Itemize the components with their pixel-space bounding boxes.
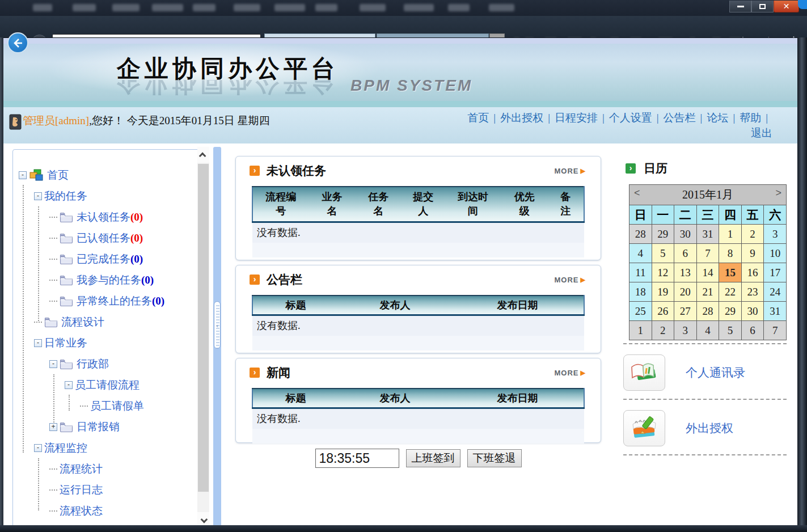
tree-item-行政部[interactable]: -行政部 bbox=[13, 353, 206, 374]
calendar-day[interactable]: 17 bbox=[764, 263, 787, 282]
nav-link-个人设置[interactable]: 个人设置 bbox=[609, 112, 652, 124]
calendar-day[interactable]: 7 bbox=[696, 244, 719, 263]
check-in-button[interactable]: 上班签到 bbox=[406, 449, 460, 467]
calendar-day[interactable]: 14 bbox=[696, 263, 719, 282]
tree-item-我参与的任务[interactable]: 我参与的任务(0) bbox=[13, 269, 206, 290]
calendar-day[interactable]: 26 bbox=[652, 302, 674, 321]
calendar-day[interactable]: 6 bbox=[741, 321, 764, 340]
calendar-day[interactable]: 30 bbox=[741, 302, 764, 321]
calendar-day[interactable]: 18 bbox=[629, 282, 652, 302]
tree-item-label[interactable]: 流程监控 bbox=[44, 441, 87, 455]
calendar-day[interactable]: 20 bbox=[674, 282, 697, 302]
nav-link-日程安排[interactable]: 日程安排 bbox=[555, 112, 598, 124]
calendar-day[interactable]: 13 bbox=[674, 263, 697, 282]
tree-item-运行日志[interactable]: 运行日志 bbox=[13, 479, 206, 500]
maximize-button[interactable] bbox=[751, 1, 774, 12]
calendar-day[interactable]: 9 bbox=[741, 244, 764, 263]
tree-item-员工请假单[interactable]: 员工请假单 bbox=[13, 395, 206, 416]
tree-item-label[interactable]: 运行日志 bbox=[60, 483, 103, 497]
calendar-day[interactable]: 4 bbox=[696, 321, 719, 340]
calendar-day[interactable]: 31 bbox=[696, 225, 719, 244]
tree-item-label[interactable]: 已认领任务 bbox=[77, 231, 130, 246]
calendar-day[interactable]: 29 bbox=[652, 225, 674, 244]
tree-item-流程状态[interactable]: 流程状态 bbox=[13, 500, 206, 521]
collapse-toggle-icon[interactable]: - bbox=[34, 444, 42, 452]
more-link[interactable]: MORE▶ bbox=[555, 167, 586, 175]
tree-item-label[interactable]: 日常业务 bbox=[44, 336, 87, 351]
sidebar-collapse-handle[interactable]: ‹ bbox=[214, 301, 221, 349]
tree-item-label[interactable]: 我参与的任务 bbox=[77, 273, 141, 288]
nav-link-外出授权[interactable]: 外出授权 bbox=[500, 112, 543, 124]
calendar-day[interactable]: 21 bbox=[696, 282, 719, 302]
calendar-day[interactable]: 29 bbox=[719, 302, 742, 321]
calendar-day[interactable]: 30 bbox=[674, 225, 697, 244]
calendar-day[interactable]: 16 bbox=[741, 263, 764, 282]
calendar-day[interactable]: 28 bbox=[629, 225, 652, 244]
calendar-day[interactable]: 22 bbox=[719, 282, 742, 302]
nav-link-首页[interactable]: 首页 bbox=[467, 112, 489, 124]
collapse-toggle-icon[interactable]: - bbox=[19, 171, 27, 179]
nav-link-公告栏[interactable]: 公告栏 bbox=[664, 112, 696, 124]
tree-item-label[interactable]: 流程状态 bbox=[60, 504, 103, 518]
tree-item-未认领任务[interactable]: 未认领任务(0) bbox=[13, 206, 206, 227]
quick-link-address-book[interactable]: 个人通讯录 bbox=[623, 350, 788, 395]
calendar-day[interactable]: 23 bbox=[741, 282, 764, 302]
tree-item-已认领任务[interactable]: 已认领任务(0) bbox=[13, 227, 206, 248]
tree-item-label[interactable]: 员工请假单 bbox=[90, 399, 144, 413]
tree-item-label[interactable]: 我的任务 bbox=[44, 189, 87, 204]
collapse-toggle-icon[interactable]: - bbox=[49, 360, 57, 368]
tree-item-label[interactable]: 首页 bbox=[47, 168, 69, 183]
calendar-day[interactable]: 10 bbox=[764, 244, 787, 263]
calendar-day[interactable]: 25 bbox=[629, 302, 652, 321]
tree-item-我的任务[interactable]: -我的任务 bbox=[13, 185, 206, 206]
collapse-toggle-icon[interactable]: - bbox=[65, 381, 73, 389]
calendar-day[interactable]: 1 bbox=[719, 225, 742, 244]
calendar-day[interactable]: 3 bbox=[674, 321, 697, 340]
tree-item-日常业务[interactable]: -日常业务 bbox=[13, 332, 206, 353]
quick-link-out-authorization[interactable]: 外出授权 bbox=[623, 406, 788, 451]
nav-link-论坛[interactable]: 论坛 bbox=[707, 112, 728, 124]
close-button[interactable]: ✕ bbox=[774, 1, 799, 12]
calendar-day[interactable]: 28 bbox=[696, 302, 719, 321]
tree-item-label[interactable]: 行政部 bbox=[77, 357, 109, 371]
tree-item-label[interactable]: 日常报销 bbox=[77, 420, 120, 434]
tree-item-label[interactable]: 已完成任务 bbox=[77, 252, 130, 267]
minimize-button[interactable] bbox=[729, 1, 751, 12]
more-link[interactable]: MORE▶ bbox=[555, 276, 586, 284]
calendar-day[interactable]: 2 bbox=[652, 321, 674, 340]
calendar-day[interactable]: 1 bbox=[629, 321, 652, 340]
calendar-day[interactable]: 2 bbox=[741, 225, 764, 244]
tree-item-首页[interactable]: -首页 bbox=[13, 164, 206, 185]
tree-item-流程统计[interactable]: 流程统计 bbox=[13, 458, 206, 479]
calendar-prev-button[interactable]: < bbox=[629, 187, 645, 199]
calendar-day[interactable]: 4 bbox=[629, 244, 652, 263]
calendar-day[interactable]: 6 bbox=[674, 244, 697, 263]
check-out-button[interactable]: 下班签退 bbox=[467, 449, 522, 467]
tree-item-label[interactable]: 流程设计 bbox=[61, 315, 104, 330]
tree-item-label[interactable]: 流程统计 bbox=[60, 462, 103, 476]
tree-item-label[interactable]: 员工请假流程 bbox=[75, 378, 140, 392]
back-button[interactable] bbox=[7, 32, 28, 53]
calendar-day[interactable]: 3 bbox=[764, 225, 787, 244]
tree-item-异常终止的任务[interactable]: 异常终止的任务(0) bbox=[13, 290, 206, 311]
tree-item-日常报销[interactable]: +日常报销 bbox=[13, 416, 206, 437]
tree-item-已完成任务[interactable]: 已完成任务(0) bbox=[13, 248, 206, 269]
calendar-day[interactable]: 7 bbox=[764, 321, 787, 340]
sidebar-splitter[interactable]: ‹ bbox=[213, 147, 221, 525]
calendar-day[interactable]: 19 bbox=[652, 282, 674, 302]
calendar-day-today[interactable]: 15 bbox=[719, 263, 742, 282]
tree-item-label[interactable]: 未认领任务 bbox=[77, 210, 130, 225]
calendar-day[interactable]: 12 bbox=[652, 263, 674, 282]
calendar-day[interactable]: 11 bbox=[629, 263, 652, 282]
calendar-day[interactable]: 27 bbox=[674, 302, 697, 321]
collapse-toggle-icon[interactable]: - bbox=[34, 339, 42, 347]
tree-item-流程监控[interactable]: -流程监控 bbox=[13, 437, 206, 458]
nav-link-帮助[interactable]: 帮助 bbox=[740, 112, 761, 124]
clock-display[interactable] bbox=[315, 449, 399, 468]
calendar-next-button[interactable]: > bbox=[771, 187, 786, 199]
scroll-up-button[interactable] bbox=[197, 147, 209, 163]
calendar-day[interactable]: 31 bbox=[764, 302, 787, 321]
tree-item-label[interactable]: 异常终止的任务 bbox=[77, 294, 152, 309]
calendar-day[interactable]: 5 bbox=[719, 321, 742, 340]
calendar-day[interactable]: 8 bbox=[719, 244, 742, 263]
